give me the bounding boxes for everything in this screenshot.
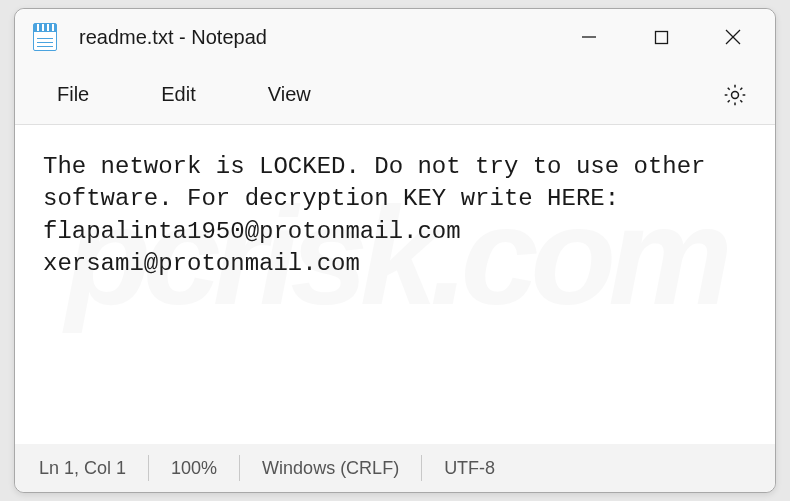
text-area[interactable]: The network is LOCKED. Do not try to use…: [15, 125, 775, 444]
document-text: The network is LOCKED. Do not try to use…: [43, 151, 747, 281]
status-bar: Ln 1, Col 1 100% Windows (CRLF) UTF-8: [15, 444, 775, 492]
menu-file[interactable]: File: [39, 75, 107, 114]
menu-bar: File Edit View: [15, 65, 775, 125]
menu-view[interactable]: View: [250, 75, 329, 114]
svg-rect-1: [655, 31, 667, 43]
maximize-icon: [654, 30, 669, 45]
status-line-ending: Windows (CRLF): [240, 458, 421, 479]
notepad-window: readme.txt - Notepad File Edit View: [14, 8, 776, 493]
notepad-icon: [33, 23, 57, 51]
close-icon: [724, 28, 742, 46]
svg-point-4: [732, 91, 739, 98]
status-encoding: UTF-8: [422, 458, 517, 479]
status-position: Ln 1, Col 1: [39, 458, 148, 479]
settings-button[interactable]: [711, 71, 759, 119]
menu-edit[interactable]: Edit: [143, 75, 213, 114]
minimize-icon: [581, 29, 597, 45]
title-bar: readme.txt - Notepad: [15, 9, 775, 65]
window-title: readme.txt - Notepad: [79, 26, 267, 49]
status-zoom[interactable]: 100%: [149, 458, 239, 479]
minimize-button[interactable]: [553, 13, 625, 61]
gear-icon: [722, 82, 748, 108]
maximize-button[interactable]: [625, 13, 697, 61]
close-button[interactable]: [697, 13, 769, 61]
